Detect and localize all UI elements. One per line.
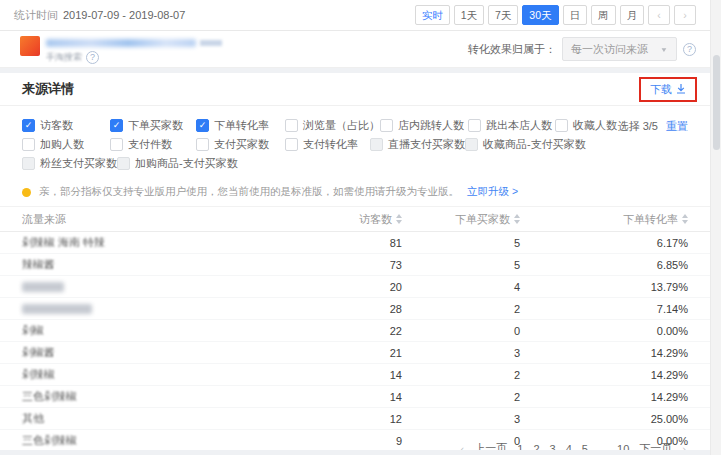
source-cell — [22, 304, 92, 314]
shop-bar: 手淘搜索 转化效果归属于： 每一次访问来源 ▼ — [0, 31, 710, 68]
checkbox-cart-users[interactable] — [22, 138, 35, 151]
range-button-3[interactable]: 30天 — [522, 5, 558, 25]
table-header: 流量来源访客数下单买家数下单转化率 — [0, 206, 710, 232]
upgrade-link[interactable]: 立即升级 > — [467, 185, 518, 199]
metric-label-cart-item-paid-buyers: 加购商品-支付买家数 — [135, 156, 238, 171]
checkbox-paid-items[interactable] — [110, 138, 123, 151]
rate-cell: 25.00% — [520, 413, 688, 425]
source-cell: 其他 — [22, 411, 287, 426]
sort-icon[interactable] — [682, 214, 688, 224]
chevron-down-icon: ▼ — [660, 45, 668, 52]
range-button-4[interactable]: 日 — [563, 5, 588, 25]
rate-cell: 7.14% — [520, 303, 688, 315]
download-button[interactable]: 下载 — [650, 82, 686, 97]
pagination: ‹上一页12345...10下一页› — [461, 441, 686, 450]
source-table: 流量来源访客数下单买家数下单转化率 剁辣椒 海南 特辣8156.17%辣椒酱73… — [0, 206, 710, 450]
column-header-rate[interactable]: 下单转化率 — [520, 212, 688, 227]
stat-time-label: 统计时间 — [14, 8, 58, 23]
source-cell — [22, 282, 64, 292]
range-button-7: ‹ — [648, 5, 670, 25]
metric-label-paid-buyers: 支付买家数 — [214, 137, 269, 152]
visitors-cell: 73 — [287, 259, 402, 271]
pagination-prev-label[interactable]: 上一页 — [474, 441, 507, 450]
metric-visitors: ✓访客数 — [22, 118, 110, 133]
selected-count: 选择 3/5 — [618, 119, 658, 134]
metric-order-conversion-rate: ✓下单转化率 — [196, 118, 285, 133]
checkbox-bounce-users[interactable] — [468, 119, 481, 132]
pagination-page-2[interactable]: 2 — [533, 443, 539, 451]
metric-label-pageviews-ratio: 浏览量（占比） — [303, 118, 380, 133]
buyers-cell: 3 — [402, 413, 520, 425]
metric-order-buyers: ✓下单买家数 — [110, 118, 196, 133]
range-button-6[interactable]: 月 — [620, 5, 645, 25]
checkbox-collect-users[interactable] — [555, 119, 568, 132]
metric-cart-item-paid-buyers: 加购商品-支付买家数 — [117, 156, 238, 171]
pagination-page-5[interactable]: 5 — [582, 443, 588, 451]
metric-label-collect-users: 收藏人数 — [573, 118, 617, 133]
pagination-prev-icon[interactable]: ‹ — [461, 443, 465, 451]
source-cell: 剁椒酱 — [22, 345, 287, 360]
metric-label-inshop-jump-users: 店内跳转人数 — [398, 118, 464, 133]
column-label-rate: 下单转化率 — [623, 212, 678, 227]
warning-dot-icon — [22, 188, 31, 197]
pagination-page-10[interactable]: 10 — [617, 443, 629, 451]
buyers-cell: 4 — [402, 281, 520, 293]
scrollbar-vertical[interactable] — [710, 0, 721, 455]
visitors-cell: 12 — [287, 413, 402, 425]
checkbox-paid-buyers[interactable] — [196, 138, 209, 151]
stat-time: 统计时间 2019-07-09 - 2019-08-07 — [14, 8, 185, 23]
metric-label-bounce-users: 跳出本店人数 — [486, 118, 552, 133]
checkbox-paid-conversion-rate[interactable] — [285, 138, 298, 151]
reset-link[interactable]: 重置 — [666, 119, 688, 134]
range-button-2[interactable]: 7天 — [488, 5, 518, 25]
attribution-select[interactable]: 每一次访问来源 ▼ — [562, 37, 677, 61]
column-header-source: 流量来源 — [22, 212, 287, 227]
column-header-visitors[interactable]: 访客数 — [287, 212, 402, 227]
shop-avatar — [20, 36, 40, 56]
checkbox-pageviews-ratio[interactable] — [285, 119, 298, 132]
source-cell: 三色剁辣椒 — [22, 389, 287, 404]
range-button-1[interactable]: 1天 — [454, 5, 484, 25]
table-row: 其他12325.00% — [0, 408, 710, 430]
attribution-label: 转化效果归属于： — [468, 42, 556, 57]
source-cell: 剁辣椒 海南 特辣 — [22, 235, 287, 250]
metric-row: 加购人数支付件数支付买家数支付转化率直播支付买家数收藏商品-支付买家数 — [22, 138, 688, 151]
attribution-value: 每一次访问来源 — [571, 42, 648, 57]
table-row: 三色剁辣椒14214.29% — [0, 386, 710, 408]
pagination-next-label[interactable]: 下一页 — [639, 441, 672, 450]
pagination-next-icon[interactable]: › — [682, 443, 686, 451]
checkbox-visitors[interactable]: ✓ — [22, 119, 35, 132]
metric-row: ✓访客数✓下单买家数✓下单转化率浏览量（占比）店内跳转人数跳出本店人数收藏人数 — [22, 119, 688, 132]
buyers-cell: 2 — [402, 303, 520, 315]
column-header-buyers[interactable]: 下单买家数 — [402, 212, 520, 227]
metric-fans-paid-buyers: 粉丝支付买家数 — [22, 156, 117, 171]
metric-label-paid-conversion-rate: 支付转化率 — [303, 137, 358, 152]
info-icon[interactable] — [86, 51, 99, 64]
rate-cell: 0.00% — [520, 325, 688, 337]
pagination-page-4[interactable]: 4 — [566, 443, 572, 451]
pagination-page-3[interactable]: 3 — [550, 443, 556, 451]
shop-info: 手淘搜索 — [20, 34, 222, 64]
pagination-page-1[interactable]: 1 — [517, 443, 523, 451]
range-button-5[interactable]: 周 — [591, 5, 616, 25]
range-button-8: › — [674, 5, 696, 25]
buyers-cell: 2 — [402, 369, 520, 381]
rate-cell: 14.29% — [520, 347, 688, 359]
rate-cell: 14.29% — [520, 369, 688, 381]
checkbox-order-buyers[interactable]: ✓ — [110, 119, 123, 132]
shop-name-redacted-tail — [200, 40, 222, 46]
range-button-0[interactable]: 实时 — [415, 5, 450, 25]
date-range-buttons: 实时1天7天30天日周月‹› — [415, 5, 696, 25]
date-range-value: 2019-07-09 - 2019-08-07 — [63, 9, 185, 21]
panel-title: 来源详情 — [22, 80, 74, 98]
checkbox-order-conversion-rate[interactable]: ✓ — [196, 119, 209, 132]
metric-checkbox-area: 选择 3/5 重置 ✓访客数✓下单买家数✓下单转化率浏览量（占比）店内跳转人数跳… — [0, 106, 710, 170]
checkbox-inshop-jump-users[interactable] — [380, 119, 393, 132]
scrollbar-thumb[interactable] — [713, 55, 720, 150]
shop-name-redacted[interactable] — [46, 39, 196, 47]
info-icon[interactable] — [683, 43, 696, 56]
table-row: 剁辣椒 海南 特辣8156.17% — [0, 232, 710, 254]
checkbox-live-paid-buyers — [370, 138, 383, 151]
buyers-cell: 2 — [402, 391, 520, 403]
table-row: 20413.79% — [0, 276, 710, 298]
